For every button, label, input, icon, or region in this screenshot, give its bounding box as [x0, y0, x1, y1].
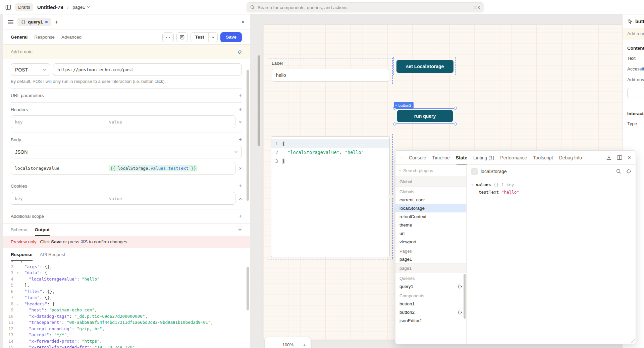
button2-name-chip[interactable]: ⠿ button2: [394, 102, 414, 108]
plugin-search-input[interactable]: [403, 168, 463, 173]
add-scope-button[interactable]: +: [239, 213, 242, 219]
textinput-value[interactable]: [276, 72, 385, 78]
textinput-field[interactable]: [272, 69, 389, 82]
state-item-retoolContext[interactable]: retoolContext: [395, 212, 466, 221]
resize-handle-icon[interactable]: [454, 122, 457, 126]
state-item-viewport[interactable]: viewport: [395, 238, 466, 246]
add-url-parameter-button[interactable]: +: [239, 93, 242, 98]
more-actions-button[interactable]: ···: [162, 32, 174, 42]
addons-input[interactable]: [627, 88, 644, 98]
notes-button[interactable]: [176, 32, 188, 42]
collapse-output-icon[interactable]: [238, 229, 242, 231]
state-item-page1[interactable]: page1: [395, 255, 466, 263]
remove-cookie-icon[interactable]: ×: [239, 196, 242, 201]
button2-selection[interactable]: run query: [395, 108, 455, 124]
tab-general[interactable]: General: [11, 35, 28, 40]
debug-tab-toolscript[interactable]: Toolscript: [533, 151, 553, 164]
url-input[interactable]: [53, 63, 242, 76]
split-view-icon[interactable]: [617, 155, 622, 160]
json-editor-widget[interactable]: 1{2 "localStorageValue": "hello"3}: [271, 136, 390, 257]
debug-tab-state[interactable]: State: [456, 151, 467, 164]
tab-response[interactable]: Response: [11, 248, 33, 261]
zoom-in-button[interactable]: +: [303, 342, 306, 348]
remove-body-row-icon[interactable]: ×: [239, 165, 242, 171]
caret-down-icon[interactable]: ▾: [471, 183, 473, 187]
editor-line[interactable]: 2 "localStorageValue": "hello": [271, 148, 389, 157]
query-list-menu-icon[interactable]: [8, 20, 13, 24]
debug-tab-timeline[interactable]: Timeline: [432, 151, 449, 164]
collapse-line-icon[interactable]: ▾: [15, 261, 20, 264]
panel-drag-handle-icon[interactable]: ⠿: [400, 155, 403, 160]
set-localstorage-button[interactable]: set LocalStorage: [396, 60, 453, 73]
list-scrollbar[interactable]: [464, 274, 466, 319]
state-item-theme[interactable]: theme: [395, 221, 466, 229]
add-note-field[interactable]: Add a note: [3, 45, 250, 59]
editor-line[interactable]: 3}: [271, 157, 389, 165]
output-scrollbar[interactable]: [247, 267, 249, 310]
app-title[interactable]: Untitled-79: [37, 4, 63, 10]
panel-resize-handle-icon[interactable]: [631, 339, 635, 343]
plugin-search[interactable]: [395, 165, 466, 177]
http-method-select[interactable]: POST: [11, 63, 50, 76]
state-item-button1[interactable]: button1: [395, 300, 466, 308]
note-sparkle-icon[interactable]: [237, 50, 242, 54]
page-selector[interactable]: page1: [72, 5, 90, 10]
body-key-input[interactable]: localStorageValue: [11, 162, 105, 174]
collapse-line-icon[interactable]: ▾: [15, 301, 20, 307]
state-value-tree[interactable]: ▾ values {} 1 key testText "hello": [467, 178, 636, 199]
debug-tab-performance[interactable]: Performance: [500, 151, 527, 164]
editor-line[interactable]: 1{: [271, 139, 389, 148]
global-search-input[interactable]: [258, 5, 470, 10]
header-value-input[interactable]: [109, 119, 232, 125]
layout-panels-icon[interactable]: [5, 4, 11, 10]
resize-handle-icon[interactable]: [393, 122, 396, 126]
state-item-localStorage[interactable]: localStorage: [395, 204, 466, 212]
cookie-value-input[interactable]: [109, 196, 232, 201]
body-type-select[interactable]: JSON: [11, 146, 242, 158]
add-body-row-button[interactable]: +: [239, 137, 242, 142]
textinput-widget-selection[interactable]: Label: [268, 58, 393, 84]
jsoneditor1-selection[interactable]: 1{2 "localStorageValue": "hello"3} ⋮⋮: [268, 134, 393, 259]
remove-header-icon[interactable]: ×: [239, 119, 242, 125]
zoom-out-button[interactable]: −: [270, 342, 273, 348]
collapse-line-icon[interactable]: ▾: [15, 270, 20, 276]
close-panel-icon[interactable]: ×: [241, 19, 245, 26]
global-search[interactable]: ⌘K: [247, 2, 484, 12]
zoom-level[interactable]: 100%: [282, 342, 293, 347]
state-item-url[interactable]: url: [395, 229, 466, 238]
tab-schema[interactable]: Schema: [11, 227, 28, 232]
search-icon[interactable]: [616, 169, 621, 174]
download-icon[interactable]: [606, 155, 611, 160]
target-icon[interactable]: [626, 169, 631, 174]
tab-response[interactable]: Response: [34, 35, 55, 40]
test-button-group[interactable]: Test: [191, 32, 218, 42]
add-header-button[interactable]: +: [239, 107, 242, 112]
tab-advanced[interactable]: Advanced: [61, 35, 82, 40]
state-item-query1[interactable]: query1: [395, 282, 466, 291]
debug-tab-console[interactable]: Console: [409, 151, 426, 164]
inspector-add-note[interactable]: Add a note: [623, 28, 644, 40]
panel-scrollbar[interactable]: [247, 70, 249, 201]
tab-output[interactable]: Output: [35, 223, 50, 236]
add-query-tab-button[interactable]: +: [55, 19, 58, 25]
add-cookie-button[interactable]: +: [239, 183, 242, 189]
button1-selection[interactable]: set LocalStorage: [393, 57, 456, 75]
header-key-input[interactable]: [15, 119, 101, 125]
test-button[interactable]: Test: [191, 33, 209, 42]
state-item-button2[interactable]: button2: [395, 308, 466, 316]
canvas-scrollbar[interactable]: [258, 55, 260, 146]
close-panel-icon[interactable]: ×: [628, 154, 631, 161]
cookie-key-input[interactable]: [15, 196, 101, 201]
query-tab-query1[interactable]: {} query1: [17, 18, 51, 26]
body-value-input[interactable]: {{ localStorage.values.testText }}: [105, 162, 235, 174]
debug-tab-linting-1-[interactable]: Linting (1): [473, 151, 494, 164]
tab-api-request[interactable]: API Request: [40, 248, 65, 261]
debug-tab-debug-info[interactable]: Debug Info: [559, 151, 582, 164]
test-dropdown-button[interactable]: [209, 33, 217, 42]
run-query-button[interactable]: run query: [397, 110, 453, 122]
save-button[interactable]: Save: [220, 32, 242, 42]
state-item-jsonEditor1[interactable]: jsonEditor1: [395, 316, 466, 325]
state-item-current_user[interactable]: current_user: [395, 196, 466, 204]
drag-handle-icon[interactable]: ⋮⋮: [387, 195, 393, 198]
breadcrumb-drafts[interactable]: Drafts: [15, 3, 33, 11]
